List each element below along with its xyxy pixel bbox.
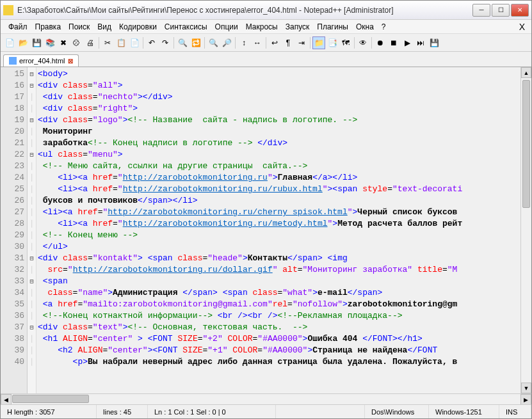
tab-label: error_404.html [19, 57, 65, 65]
new-file-icon[interactable]: 📄 [3, 36, 16, 49]
find-icon[interactable]: 🔍 [176, 36, 189, 49]
menu-help[interactable]: ? [378, 21, 390, 33]
copy-icon[interactable]: 📋 [115, 36, 127, 49]
print-icon[interactable]: 🖨 [84, 36, 97, 49]
sync-v-icon[interactable]: ↕ [238, 36, 250, 49]
file-icon [9, 57, 17, 65]
toolbar: 📄 📂 💾 📚 ✖ ⛒ 🖨 ✂ 📋 📄 ↶ ↷ 🔍 🔁 🔍 🔎 ↕ ↔ ↩ ¶ … [1, 34, 531, 52]
savemacro-icon[interactable]: 💾 [428, 36, 440, 49]
close-button[interactable]: ✕ [511, 4, 529, 17]
menubar: Файл Правка Поиск Вид Кодировки Синтакси… [1, 20, 531, 34]
stop-icon[interactable]: ⏹ [387, 36, 400, 49]
horizontal-scrollbar[interactable]: ◀ ▶ [1, 393, 531, 404]
menu-encoding[interactable]: Кодировки [115, 21, 161, 33]
scroll-down-icon[interactable]: ▼ [521, 383, 531, 393]
line-numbers: 1516171819202122232425262728293031323334… [1, 67, 28, 393]
fold-column[interactable]: ⊟⊟││⊟││⊟││││││││⊟│⊟│││⊟│││ [28, 67, 36, 393]
menu-search[interactable]: Поиск [65, 21, 93, 33]
mdi-close-icon[interactable]: X [517, 22, 528, 32]
status-lines: lines : 45 [97, 405, 148, 418]
menu-plugins[interactable]: Плагины [313, 21, 352, 33]
paste-icon[interactable]: 📄 [128, 36, 141, 49]
maximize-button[interactable]: ☐ [492, 4, 510, 17]
play-icon[interactable]: ▶ [401, 36, 414, 49]
statusbar: H length : 3057 lines : 45 Ln : 1 Col : … [1, 404, 531, 418]
open-file-icon[interactable]: 📂 [17, 36, 29, 49]
replace-icon[interactable]: 🔁 [189, 36, 202, 49]
cut-icon[interactable]: ✂ [101, 36, 114, 49]
playm-icon[interactable]: ⏭ [414, 36, 427, 49]
allchars-icon[interactable]: ¶ [282, 36, 294, 49]
menu-macros[interactable]: Макросы [242, 21, 282, 33]
folder-icon[interactable]: 📁 [312, 36, 325, 49]
save-all-icon[interactable]: 📚 [44, 36, 56, 49]
titlebar[interactable]: E:\Заработок\Сайты\Мои сайты\Рейтинги\Пе… [1, 1, 531, 20]
scroll-thumb-v[interactable] [522, 80, 530, 208]
sync-h-icon[interactable]: ↔ [251, 36, 264, 49]
status-pos: Ln : 1 Col : 1 Sel : 0 | 0 [148, 405, 276, 418]
monitor-icon[interactable]: 👁 [357, 36, 369, 49]
scroll-up-icon[interactable]: ▲ [521, 67, 531, 78]
scroll-left-icon[interactable]: ◀ [1, 394, 12, 405]
redo-icon[interactable]: ↷ [159, 36, 172, 49]
minimize-button[interactable]: ─ [472, 4, 490, 17]
undo-icon[interactable]: ↶ [145, 36, 158, 49]
status-encoding: Windows-1251 [429, 405, 499, 418]
app-window: E:\Заработок\Сайты\Мои сайты\Рейтинги\Пе… [0, 0, 532, 419]
scroll-thumb-h[interactable] [12, 395, 89, 403]
close-file-icon[interactable]: ✖ [57, 36, 70, 49]
code-editor[interactable]: <body><div class="all"> <div class="nech… [36, 67, 520, 393]
close-all-icon[interactable]: ⛒ [70, 36, 83, 49]
tab-close-icon[interactable]: ⊠ [68, 58, 73, 65]
menu-run[interactable]: Запуск [282, 21, 314, 33]
wordwrap-icon[interactable]: ↩ [268, 36, 281, 49]
menu-edit[interactable]: Правка [31, 21, 65, 33]
vertical-scrollbar[interactable]: ▲ ▼ [520, 67, 531, 393]
app-icon [3, 5, 13, 15]
docmap-icon[interactable]: 🗺 [339, 36, 352, 49]
menu-view[interactable]: Вид [93, 21, 115, 33]
status-mode: INS [499, 405, 531, 418]
menu-options[interactable]: Опции [211, 21, 242, 33]
tab-active[interactable]: error_404.html ⊠ [3, 54, 79, 67]
status-eol: Dos\Windows [365, 405, 429, 418]
funclist-icon[interactable]: 📑 [326, 36, 339, 49]
menu-file[interactable]: Файл [4, 21, 31, 33]
zoom-out-icon[interactable]: 🔎 [220, 36, 233, 49]
zoom-in-icon[interactable]: 🔍 [207, 36, 220, 49]
status-length: H length : 3057 [1, 405, 97, 418]
menu-windows[interactable]: Окна [352, 21, 378, 33]
menu-syntax[interactable]: Синтаксисы [161, 21, 211, 33]
record-icon[interactable]: ⏺ [374, 36, 387, 49]
save-icon[interactable]: 💾 [30, 36, 43, 49]
scroll-right-icon[interactable]: ▶ [520, 394, 531, 405]
tabbar: error_404.html ⊠ [1, 52, 531, 67]
indent-icon[interactable]: ⇥ [295, 36, 308, 49]
titlebar-text: E:\Заработок\Сайты\Мои сайты\Рейтинги\Пе… [17, 6, 472, 15]
